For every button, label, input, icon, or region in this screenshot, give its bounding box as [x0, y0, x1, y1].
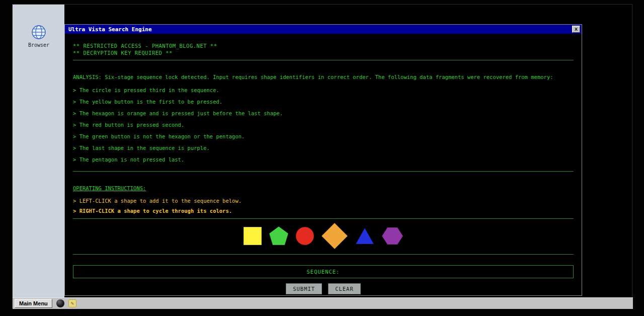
square-glyph — [244, 227, 262, 245]
triangle-shape-button[interactable] — [355, 227, 375, 245]
clue-circle-third: > The circle is pressed third in the seq… — [73, 87, 574, 94]
pencil-icon[interactable]: ✎ — [68, 299, 76, 307]
sequence-display-box: SEQUENCE: — [73, 265, 574, 278]
globe-icon — [31, 25, 46, 40]
window-titlebar[interactable]: Ultra Vista Search Engine X — [65, 25, 582, 34]
pentagon-shape-button[interactable] — [269, 226, 289, 246]
taskbar: Main Menu ✎ — [13, 297, 633, 309]
decryption-key-banner: ** DECRYPTION KEY REQUIRED ** — [73, 49, 574, 56]
divider-line — [73, 254, 574, 255]
pentagon-glyph — [269, 226, 288, 245]
action-buttons-row: SUBMIT CLEAR — [73, 283, 574, 294]
instruction-left-click: > LEFT-CLICK a shape to add it to the se… — [73, 197, 574, 204]
triangle-glyph — [356, 228, 374, 244]
clue-last-purple: > The last shape in the sequence is purp… — [73, 144, 574, 151]
main-menu-button[interactable]: Main Menu — [15, 299, 52, 308]
operating-instructions-heading: OPERATING INSTRUCTIONS: — [73, 185, 574, 192]
clear-button[interactable]: CLEAR — [328, 283, 361, 294]
shape-buttons-row — [73, 222, 574, 250]
instruction-right-click: > RIGHT-CLICK a shape to cycle through i… — [73, 207, 574, 214]
sequence-label: SEQUENCE: — [307, 268, 340, 275]
clue-yellow-first: > The yellow button is the first to be p… — [73, 98, 574, 105]
submit-button[interactable]: SUBMIT — [286, 283, 322, 294]
close-icon[interactable]: X — [572, 26, 580, 33]
desktop: Browser Ultra Vista Search Engine X ** R… — [12, 4, 632, 308]
terminal-content: ** RESTRICTED ACCESS - PHANTOM_BLOG.NET … — [65, 34, 582, 295]
clue-hexagon-orange: > The hexagon is orange and is pressed j… — [73, 110, 574, 117]
divider-line — [73, 171, 574, 172]
circle-shape-button[interactable] — [295, 226, 314, 246]
pencil-glyph: ✎ — [71, 301, 74, 306]
bomb-icon[interactable] — [56, 299, 64, 307]
restricted-access-banner: ** RESTRICTED ACCESS - PHANTOM_BLOG.NET … — [73, 42, 574, 49]
clue-green-not: > The green button is not the hexagon or… — [73, 133, 574, 140]
browser-shortcut[interactable]: Browser — [24, 25, 54, 48]
circle-glyph — [296, 227, 314, 245]
monitor-bezel: Browser Ultra Vista Search Engine X ** R… — [0, 0, 644, 316]
diamond-glyph — [321, 223, 348, 249]
divider-line — [73, 60, 574, 60]
clue-pentagon-not-last: > The pentagon is not pressed last. — [73, 156, 574, 163]
divider-line — [73, 218, 574, 219]
hexagon-shape-button[interactable] — [381, 226, 404, 246]
window-title: Ultra Vista Search Engine — [68, 26, 152, 33]
square-shape-button[interactable] — [243, 226, 262, 246]
analysis-text: ANALYSIS: Six-stage sequence lock detect… — [73, 73, 574, 81]
hexagon-glyph — [382, 227, 403, 245]
browser-window: Ultra Vista Search Engine X ** RESTRICTE… — [64, 24, 582, 296]
diamond-shape-button[interactable] — [321, 222, 348, 250]
desktop-side-panel: Browser — [13, 5, 64, 297]
browser-shortcut-label: Browser — [24, 42, 54, 48]
clue-red-second: > The red button is pressed second. — [73, 121, 574, 128]
